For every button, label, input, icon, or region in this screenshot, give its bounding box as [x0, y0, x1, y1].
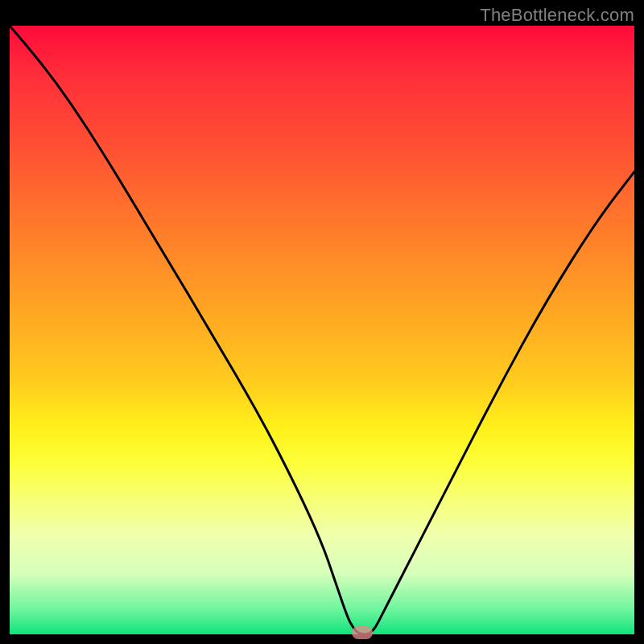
- chart-frame: TheBottleneck.com: [0, 0, 644, 644]
- vertex-marker: [352, 626, 373, 639]
- plot-area: [10, 26, 634, 634]
- bottleneck-curve: [10, 26, 634, 634]
- watermark-text: TheBottleneck.com: [480, 5, 634, 26]
